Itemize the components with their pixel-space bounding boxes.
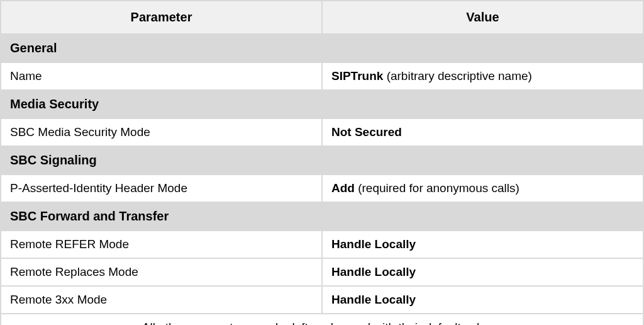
table-body: GeneralNameSIPTrunk (arbitrary descripti… [1, 34, 643, 325]
value-cell: SIPTrunk (arbitrary descriptive name) [322, 62, 643, 90]
value-bold: Not Secured [331, 125, 402, 139]
section-title: SBC Forward and Transfer [1, 202, 643, 231]
value-cell: Not Secured [322, 118, 643, 146]
param-cell: Name [1, 62, 322, 90]
section-header: SBC Forward and Transfer [1, 202, 643, 231]
value-bold: Handle Locally [331, 265, 416, 278]
value-cell: Handle Locally [322, 258, 643, 286]
section-title: Media Security [1, 90, 643, 118]
table-row: SBC Media Security ModeNot Secured [1, 118, 643, 146]
param-cell: Remote Replaces Mode [1, 258, 322, 286]
header-parameter: Parameter [1, 1, 322, 34]
value-cell: Add (required for anonymous calls) [322, 174, 643, 202]
table-row: NameSIPTrunk (arbitrary descriptive name… [1, 62, 643, 90]
section-header: General [1, 34, 643, 62]
table-row: P-Asserted-Identity Header ModeAdd (requ… [1, 174, 643, 202]
config-table-wrapper: Parameter Value GeneralNameSIPTrunk (arb… [0, 0, 644, 325]
section-title: SBC Signaling [1, 146, 643, 174]
header-value: Value [322, 1, 643, 34]
param-cell: P-Asserted-Identity Header Mode [1, 174, 322, 202]
param-cell: Remote 3xx Mode [1, 286, 322, 314]
param-cell: SBC Media Security Mode [1, 118, 322, 146]
value-note: (arbitrary descriptive name) [383, 69, 532, 83]
table-row: Remote REFER ModeHandle Locally [1, 231, 643, 258]
value-cell: Handle Locally [322, 286, 643, 314]
section-header: Media Security [1, 90, 643, 118]
header-row: Parameter Value [1, 1, 643, 34]
value-cell: Handle Locally [322, 231, 643, 258]
section-title: General [1, 34, 643, 62]
table-row: Remote 3xx ModeHandle Locally [1, 286, 643, 314]
table-row: Remote Replaces ModeHandle Locally [1, 258, 643, 286]
value-bold: Handle Locally [331, 293, 416, 306]
value-bold: Handle Locally [331, 237, 416, 251]
footer-text: All other parameters can be left unchang… [1, 314, 643, 325]
footer-row: All other parameters can be left unchang… [1, 314, 643, 325]
config-table: Parameter Value GeneralNameSIPTrunk (arb… [0, 0, 644, 325]
value-note: (required for anonymous calls) [355, 181, 519, 195]
section-header: SBC Signaling [1, 146, 643, 174]
param-cell: Remote REFER Mode [1, 231, 322, 258]
value-bold: Add [331, 181, 355, 195]
value-bold: SIPTrunk [331, 69, 383, 83]
